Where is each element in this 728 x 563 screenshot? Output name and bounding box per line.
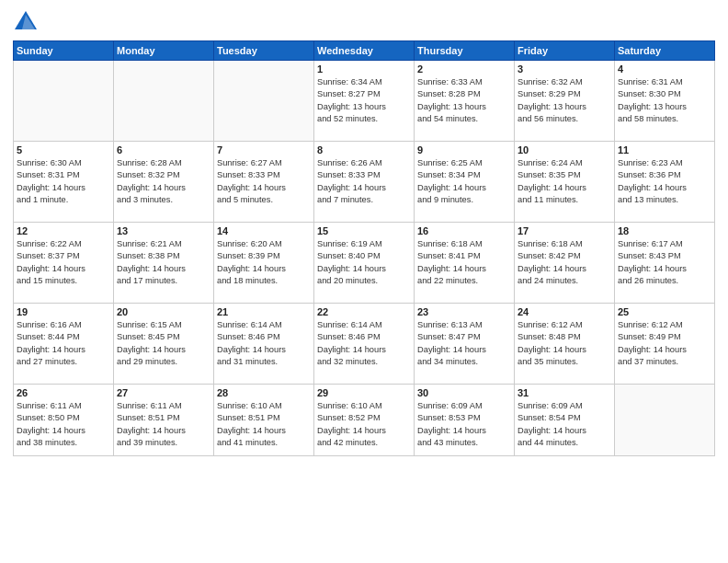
day-number: 14 — [217, 225, 311, 236]
day-info: Sunrise: 6:09 AMSunset: 8:54 PMDaylight:… — [518, 400, 611, 450]
day-cell: 31Sunrise: 6:09 AMSunset: 8:54 PMDayligh… — [515, 385, 615, 456]
day-header-monday: Monday — [114, 41, 214, 61]
day-number: 13 — [117, 225, 210, 236]
day-info: Sunrise: 6:10 AMSunset: 8:52 PMDaylight:… — [317, 400, 411, 450]
day-info: Sunrise: 6:15 AMSunset: 8:45 PMDaylight:… — [117, 319, 210, 369]
day-number: 18 — [618, 225, 711, 236]
day-header-tuesday: Tuesday — [214, 41, 314, 61]
day-cell: 7Sunrise: 6:27 AMSunset: 8:33 PMDaylight… — [214, 142, 314, 223]
day-number: 8 — [317, 144, 411, 155]
day-number: 20 — [117, 306, 210, 317]
week-row-3: 12Sunrise: 6:22 AMSunset: 8:37 PMDayligh… — [14, 223, 715, 304]
day-number: 12 — [17, 225, 110, 236]
day-cell: 14Sunrise: 6:20 AMSunset: 8:39 PMDayligh… — [214, 223, 314, 304]
day-number: 3 — [518, 63, 611, 75]
day-number: 31 — [518, 387, 611, 398]
day-cell: 11Sunrise: 6:23 AMSunset: 8:36 PMDayligh… — [615, 142, 715, 223]
day-cell: 5Sunrise: 6:30 AMSunset: 8:31 PMDaylight… — [14, 142, 114, 223]
day-info: Sunrise: 6:31 AMSunset: 8:30 PMDaylight:… — [618, 76, 711, 126]
day-cell: 15Sunrise: 6:19 AMSunset: 8:40 PMDayligh… — [314, 223, 415, 304]
day-info: Sunrise: 6:19 AMSunset: 8:40 PMDaylight:… — [317, 238, 411, 288]
day-number: 7 — [217, 144, 311, 155]
day-info: Sunrise: 6:13 AMSunset: 8:47 PMDaylight:… — [417, 319, 511, 369]
day-number: 15 — [317, 225, 411, 236]
week-row-4: 19Sunrise: 6:16 AMSunset: 8:44 PMDayligh… — [14, 304, 715, 385]
day-number: 21 — [217, 306, 311, 317]
day-header-friday: Friday — [515, 41, 615, 61]
day-info: Sunrise: 6:28 AMSunset: 8:32 PMDaylight:… — [117, 157, 210, 207]
day-cell — [14, 61, 114, 142]
day-number: 5 — [17, 144, 110, 155]
day-number: 23 — [417, 306, 511, 317]
day-number: 6 — [117, 144, 210, 155]
day-header-wednesday: Wednesday — [314, 41, 415, 61]
day-number: 22 — [317, 306, 411, 317]
day-number: 27 — [117, 387, 210, 398]
day-header-saturday: Saturday — [615, 41, 715, 61]
day-info: Sunrise: 6:32 AMSunset: 8:29 PMDaylight:… — [518, 76, 611, 126]
day-cell: 12Sunrise: 6:22 AMSunset: 8:37 PMDayligh… — [14, 223, 114, 304]
day-info: Sunrise: 6:30 AMSunset: 8:31 PMDaylight:… — [17, 157, 110, 207]
day-cell: 16Sunrise: 6:18 AMSunset: 8:41 PMDayligh… — [415, 223, 515, 304]
day-info: Sunrise: 6:22 AMSunset: 8:37 PMDaylight:… — [17, 238, 110, 288]
day-info: Sunrise: 6:20 AMSunset: 8:39 PMDaylight:… — [217, 238, 311, 288]
day-cell: 8Sunrise: 6:26 AMSunset: 8:33 PMDaylight… — [314, 142, 415, 223]
day-cell: 30Sunrise: 6:09 AMSunset: 8:53 PMDayligh… — [415, 385, 515, 456]
page: SundayMondayTuesdayWednesdayThursdayFrid… — [0, 0, 728, 563]
day-cell: 1Sunrise: 6:34 AMSunset: 8:27 PMDaylight… — [314, 61, 415, 142]
day-cell: 26Sunrise: 6:11 AMSunset: 8:50 PMDayligh… — [14, 385, 114, 456]
day-number: 17 — [518, 225, 611, 236]
day-info: Sunrise: 6:10 AMSunset: 8:51 PMDaylight:… — [217, 400, 311, 450]
day-info: Sunrise: 6:11 AMSunset: 8:51 PMDaylight:… — [117, 400, 210, 450]
day-number: 25 — [618, 306, 711, 317]
day-cell: 9Sunrise: 6:25 AMSunset: 8:34 PMDaylight… — [415, 142, 515, 223]
day-info: Sunrise: 6:24 AMSunset: 8:35 PMDaylight:… — [518, 157, 611, 207]
day-cell: 27Sunrise: 6:11 AMSunset: 8:51 PMDayligh… — [114, 385, 214, 456]
day-number: 2 — [417, 63, 511, 75]
day-number: 9 — [417, 144, 511, 155]
day-number: 26 — [17, 387, 110, 398]
day-number: 24 — [518, 306, 611, 317]
day-info: Sunrise: 6:21 AMSunset: 8:38 PMDaylight:… — [117, 238, 210, 288]
day-info: Sunrise: 6:33 AMSunset: 8:28 PMDaylight:… — [417, 76, 511, 126]
week-row-1: 1Sunrise: 6:34 AMSunset: 8:27 PMDaylight… — [14, 61, 715, 142]
day-cell: 17Sunrise: 6:18 AMSunset: 8:42 PMDayligh… — [515, 223, 615, 304]
day-header-sunday: Sunday — [14, 41, 114, 61]
day-cell: 2Sunrise: 6:33 AMSunset: 8:28 PMDaylight… — [415, 61, 515, 142]
day-cell: 20Sunrise: 6:15 AMSunset: 8:45 PMDayligh… — [114, 304, 214, 385]
day-cell: 13Sunrise: 6:21 AMSunset: 8:38 PMDayligh… — [114, 223, 214, 304]
day-info: Sunrise: 6:14 AMSunset: 8:46 PMDaylight:… — [217, 319, 311, 369]
day-number: 30 — [417, 387, 511, 398]
day-number: 4 — [618, 63, 711, 75]
day-cell: 25Sunrise: 6:12 AMSunset: 8:49 PMDayligh… — [615, 304, 715, 385]
day-cell — [214, 61, 314, 142]
day-info: Sunrise: 6:25 AMSunset: 8:34 PMDaylight:… — [417, 157, 511, 207]
logo — [13, 9, 40, 35]
day-cell: 18Sunrise: 6:17 AMSunset: 8:43 PMDayligh… — [615, 223, 715, 304]
day-cell: 29Sunrise: 6:10 AMSunset: 8:52 PMDayligh… — [314, 385, 415, 456]
day-info: Sunrise: 6:26 AMSunset: 8:33 PMDaylight:… — [317, 157, 411, 207]
day-cell: 10Sunrise: 6:24 AMSunset: 8:35 PMDayligh… — [515, 142, 615, 223]
day-info: Sunrise: 6:34 AMSunset: 8:27 PMDaylight:… — [317, 76, 411, 126]
week-row-2: 5Sunrise: 6:30 AMSunset: 8:31 PMDaylight… — [14, 142, 715, 223]
day-number: 11 — [618, 144, 711, 155]
day-number: 10 — [518, 144, 611, 155]
day-info: Sunrise: 6:23 AMSunset: 8:36 PMDaylight:… — [618, 157, 711, 207]
day-number: 28 — [217, 387, 311, 398]
day-info: Sunrise: 6:11 AMSunset: 8:50 PMDaylight:… — [17, 400, 110, 450]
day-cell: 19Sunrise: 6:16 AMSunset: 8:44 PMDayligh… — [14, 304, 114, 385]
day-number: 29 — [317, 387, 411, 398]
day-info: Sunrise: 6:17 AMSunset: 8:43 PMDaylight:… — [618, 238, 711, 288]
day-info: Sunrise: 6:09 AMSunset: 8:53 PMDaylight:… — [417, 400, 511, 450]
day-number: 1 — [317, 63, 411, 75]
day-number: 16 — [417, 225, 511, 236]
day-header-thursday: Thursday — [415, 41, 515, 61]
day-cell — [114, 61, 214, 142]
header-row: SundayMondayTuesdayWednesdayThursdayFrid… — [14, 41, 715, 61]
calendar: SundayMondayTuesdayWednesdayThursdayFrid… — [13, 40, 715, 456]
day-info: Sunrise: 6:18 AMSunset: 8:42 PMDaylight:… — [518, 238, 611, 288]
day-cell: 4Sunrise: 6:31 AMSunset: 8:30 PMDaylight… — [615, 61, 715, 142]
logo-icon — [13, 9, 39, 35]
day-info: Sunrise: 6:16 AMSunset: 8:44 PMDaylight:… — [17, 319, 110, 369]
day-cell: 22Sunrise: 6:14 AMSunset: 8:46 PMDayligh… — [314, 304, 415, 385]
